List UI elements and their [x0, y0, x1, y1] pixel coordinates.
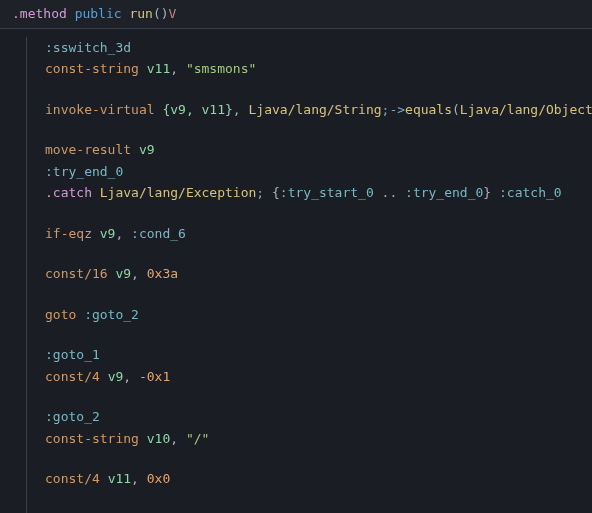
opcode: move-result: [45, 142, 131, 157]
register: v9: [139, 142, 155, 157]
code-line: :goto_1: [45, 344, 592, 366]
code-line: const-string v11, "smsmons": [45, 58, 592, 80]
code-line: const/4 v9, -0x1: [45, 366, 592, 388]
method-body: :sswitch_3d const-string v11, "smsmons" …: [26, 37, 592, 514]
opcode: const-string: [45, 61, 139, 76]
arrow: ;->: [382, 102, 405, 117]
number: 0x0: [147, 471, 170, 486]
label: :try_end_0: [45, 164, 123, 179]
register: v11: [108, 471, 131, 486]
label: :cond_6: [131, 226, 186, 241]
blank-line: [45, 285, 592, 304]
code-line: :sswitch_3d: [45, 37, 592, 59]
opcode: const/16: [45, 266, 108, 281]
register: v11: [147, 61, 170, 76]
opcode: const/4: [45, 369, 100, 384]
method-name: run: [129, 6, 152, 21]
code-line: goto :goto_2: [45, 304, 592, 326]
number: -0x1: [139, 369, 170, 384]
code-editor[interactable]: :sswitch_3d const-string v11, "smsmons" …: [0, 29, 592, 514]
blank-line: [45, 204, 592, 223]
label: :goto_2: [84, 307, 139, 322]
blank-line: [45, 244, 592, 263]
label: :goto_1: [45, 347, 100, 362]
blank-line: [45, 325, 592, 344]
type: Ljava/lang/Object: [460, 102, 592, 117]
code-line: .catch Ljava/lang/Exception; {:try_start…: [45, 182, 592, 204]
blank-line: [45, 449, 592, 468]
method-signature-header: .method public run()V: [0, 0, 592, 29]
opcode: goto: [45, 307, 76, 322]
label: :try_start_0: [280, 185, 374, 200]
string-literal: "smsmons": [186, 61, 256, 76]
blank-line: [45, 490, 592, 509]
code-line: move-result v9: [45, 139, 592, 161]
label: :try_end_0: [405, 185, 483, 200]
number: 0x3a: [147, 266, 178, 281]
parens: (): [153, 6, 169, 21]
type: Ljava/lang/Exception: [100, 185, 257, 200]
opcode: if-eqz: [45, 226, 92, 241]
directive: .catch: [45, 185, 92, 200]
method-ref: equals: [405, 102, 452, 117]
register: v9: [115, 266, 131, 281]
label: :sswitch_3d: [45, 40, 131, 55]
register-list: {v9, v11}: [162, 102, 232, 117]
register: v10: [147, 431, 170, 446]
label: :goto_2: [45, 409, 100, 424]
blank-line: [45, 120, 592, 139]
label: :catch_0: [499, 185, 562, 200]
modifier-public: public: [75, 6, 122, 21]
blank-line: [45, 387, 592, 406]
code-line: const-string v10, "/": [45, 428, 592, 450]
string-literal: "/": [186, 431, 209, 446]
code-line: :goto_2: [45, 406, 592, 428]
type: Ljava/lang/String: [249, 102, 382, 117]
keyword-method: .method: [12, 6, 67, 21]
opcode: const/4: [45, 471, 100, 486]
opcode: invoke-virtual: [45, 102, 155, 117]
opcode: const-string: [45, 431, 139, 446]
code-line: packed-switch v9, :pswitch_data_0: [45, 509, 592, 514]
register: v9: [100, 226, 116, 241]
code-line: invoke-virtual {v9, v11}, Ljava/lang/Str…: [45, 99, 592, 121]
code-line: :try_end_0: [45, 161, 592, 183]
code-line: if-eqz v9, :cond_6: [45, 223, 592, 245]
code-line: const/16 v9, 0x3a: [45, 263, 592, 285]
return-type: V: [169, 6, 177, 21]
blank-line: [45, 80, 592, 99]
register: v9: [108, 369, 124, 384]
code-line: const/4 v11, 0x0: [45, 468, 592, 490]
